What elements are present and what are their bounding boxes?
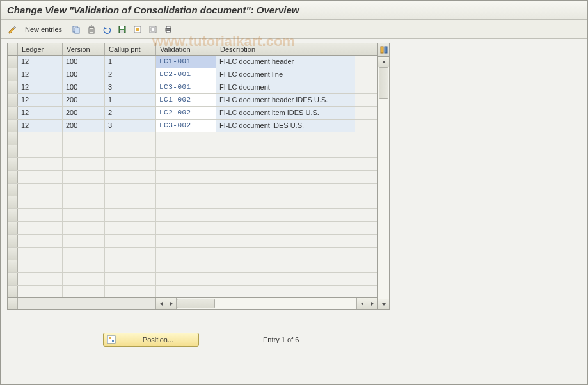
cell-ledger: 12 [18, 120, 63, 132]
cell-ledger [18, 132, 63, 145]
row-selector [8, 273, 18, 285]
delete-icon[interactable] [85, 23, 98, 36]
table-row [8, 260, 377, 273]
cell-description: FI-LC document header [216, 56, 355, 68]
vscroll-track[interactable] [378, 67, 389, 299]
svg-rect-1 [75, 28, 79, 33]
cell-validation[interactable]: LC1-001 [156, 56, 216, 68]
table-row [8, 158, 377, 171]
cell-validation [156, 260, 216, 272]
row-selector[interactable] [8, 81, 18, 93]
cell-validation [156, 235, 216, 247]
cell-callup [105, 260, 156, 272]
scroll-right2-icon[interactable] [367, 298, 377, 309]
cell-version [63, 273, 105, 285]
cell-description [216, 145, 355, 157]
col-version[interactable]: Version [63, 43, 105, 55]
save-icon[interactable] [116, 23, 129, 36]
cell-validation[interactable]: LC3-001 [156, 81, 216, 93]
cell-ledger [18, 235, 63, 247]
cell-ledger: 12 [18, 94, 63, 106]
row-selector[interactable] [8, 56, 18, 68]
toolbar: New entries [1, 20, 587, 39]
table-row [8, 184, 377, 196]
row-selector [8, 171, 18, 183]
scroll-up-icon[interactable] [378, 57, 389, 67]
row-selector-header[interactable] [8, 43, 18, 55]
cell-callup: 3 [105, 81, 156, 93]
cell-ledger [18, 171, 63, 183]
row-selector [8, 260, 18, 272]
cell-validation [156, 184, 216, 196]
cell-version [63, 158, 105, 170]
row-selector [8, 209, 18, 221]
cell-callup: 1 [105, 56, 156, 68]
entry-status: Entry 1 of 6 [263, 336, 299, 343]
table-row[interactable]: 121002LC2-001FI-LC document line [8, 68, 377, 81]
horizontal-scrollbar [8, 297, 377, 309]
undo-icon[interactable] [100, 23, 113, 36]
svg-rect-9 [120, 26, 124, 29]
cell-validation[interactable]: LC3-002 [156, 120, 216, 132]
cell-validation[interactable]: LC2-002 [156, 107, 216, 119]
col-ledger[interactable]: Ledger [18, 43, 63, 55]
cell-version: 200 [63, 120, 105, 132]
scroll-left-icon[interactable] [156, 298, 166, 309]
configure-columns-icon[interactable] [378, 43, 389, 57]
cell-callup [105, 196, 156, 208]
svg-rect-16 [166, 26, 170, 28]
cell-validation [156, 196, 216, 208]
position-label: Position... [120, 336, 196, 343]
change-icon[interactable] [6, 23, 19, 36]
table-row [8, 196, 377, 209]
row-selector[interactable] [8, 107, 18, 119]
col-callup[interactable]: Callup pnt [105, 43, 156, 55]
cell-callup [105, 273, 156, 285]
vscroll-thumb[interactable] [379, 67, 388, 99]
print-icon[interactable] [162, 23, 175, 36]
cell-description: FI-LC document header IDES U.S. [216, 94, 355, 106]
cell-callup [105, 158, 156, 170]
cell-version [63, 235, 105, 247]
select-all-icon[interactable] [131, 23, 144, 36]
cell-version [63, 171, 105, 183]
table-row[interactable]: 122002LC2-002FI-LC document item IDES U.… [8, 107, 377, 120]
cell-version [63, 222, 105, 234]
hscroll-track[interactable] [177, 298, 357, 309]
cell-ledger [18, 184, 63, 196]
scroll-right-icon[interactable] [166, 298, 177, 309]
copy-icon[interactable] [70, 23, 83, 36]
col-validation[interactable]: Validation [156, 43, 216, 55]
cell-callup: 2 [105, 107, 156, 119]
cell-description [216, 132, 355, 145]
cell-callup [105, 248, 156, 260]
deselect-all-icon[interactable] [147, 23, 159, 36]
scroll-left2-icon[interactable] [357, 298, 367, 309]
scroll-down-icon[interactable] [378, 299, 389, 309]
table-row[interactable]: 122001LC1-002FI-LC document header IDES … [8, 94, 377, 107]
table-row[interactable]: 122003LC3-002FI-LC document IDES U.S. [8, 120, 377, 132]
new-entries-button[interactable]: New entries [21, 26, 66, 33]
cell-version [63, 196, 105, 208]
table-row[interactable]: 121003LC3-001FI-LC document [8, 81, 377, 94]
col-description[interactable]: Description [216, 43, 355, 55]
cell-version [63, 145, 105, 157]
row-selector[interactable] [8, 94, 18, 106]
table-row[interactable]: 121001LC1-001FI-LC document header [8, 56, 377, 68]
cell-validation [156, 248, 216, 260]
cell-callup: 1 [105, 94, 156, 106]
cell-validation[interactable]: LC1-002 [156, 94, 216, 106]
cell-version [63, 184, 105, 196]
grid-header: Ledger Version Callup pnt Validation Des… [8, 43, 377, 56]
cell-version [63, 286, 105, 297]
svg-rect-19 [385, 47, 387, 53]
cell-callup [105, 222, 156, 234]
table-row [8, 132, 377, 145]
hscroll-thumb[interactable] [177, 299, 215, 308]
cell-validation[interactable]: LC2-001 [156, 68, 216, 81]
row-selector[interactable] [8, 68, 18, 81]
position-button[interactable]: Position... [103, 333, 199, 347]
cell-validation [156, 209, 216, 221]
row-selector[interactable] [8, 120, 18, 132]
cell-callup: 2 [105, 68, 156, 81]
